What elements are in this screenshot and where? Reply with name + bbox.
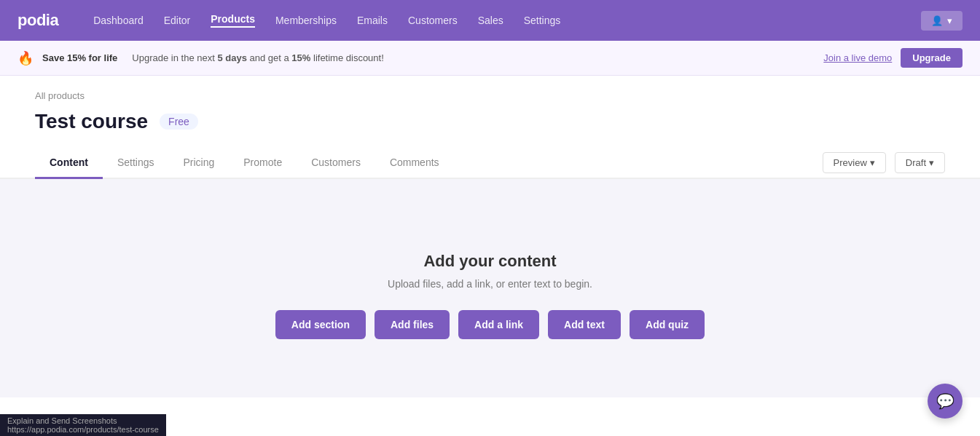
nav-link-customers[interactable]: Customers bbox=[408, 15, 458, 26]
draft-label: Draft bbox=[906, 157, 926, 168]
product-badge: Free bbox=[160, 114, 198, 130]
nav-link-emails[interactable]: Emails bbox=[357, 15, 388, 26]
promo-banner: 🔥 Save 15% for life Upgrade in the next … bbox=[0, 41, 980, 76]
tab-settings[interactable]: Settings bbox=[103, 148, 169, 179]
banner-actions: Join a live demo Upgrade bbox=[823, 48, 963, 68]
preview-chevron-icon: ▾ bbox=[870, 157, 875, 168]
add-quiz-button[interactable]: Add quiz bbox=[630, 310, 705, 339]
content-empty-description: Upload files, add a link, or enter text … bbox=[388, 278, 592, 290]
tab-customers[interactable]: Customers bbox=[297, 148, 375, 179]
content-area: Add your content Upload files, add a lin… bbox=[0, 179, 980, 397]
nav-link-editor[interactable]: Editor bbox=[164, 15, 191, 26]
banner-description: Upgrade in the next 5 days and get a 15%… bbox=[132, 52, 383, 63]
content-empty-title: Add your content bbox=[423, 252, 556, 271]
navbar-right: 👤 ▾ bbox=[921, 11, 963, 31]
content-action-buttons: Add section Add files Add a link Add tex… bbox=[275, 310, 705, 339]
banner-title: Save 15% for life bbox=[42, 52, 117, 63]
tabs-list: Content Settings Pricing Promote Custome… bbox=[35, 148, 823, 178]
banner-emoji: 🔥 bbox=[17, 50, 34, 66]
tabs-bar: Content Settings Pricing Promote Custome… bbox=[0, 148, 980, 179]
upgrade-button[interactable]: Upgrade bbox=[901, 48, 963, 68]
nav-link-sales[interactable]: Sales bbox=[478, 15, 503, 26]
tab-pricing[interactable]: Pricing bbox=[168, 148, 229, 179]
user-menu-button[interactable]: 👤 ▾ bbox=[921, 11, 963, 31]
add-files-button[interactable]: Add files bbox=[375, 310, 450, 339]
product-title: Test course bbox=[35, 110, 148, 133]
chevron-down-icon: ▾ bbox=[947, 15, 952, 26]
draft-chevron-icon: ▾ bbox=[929, 157, 934, 168]
tab-actions: Preview ▾ Draft ▾ bbox=[823, 152, 945, 173]
chat-widget[interactable]: 💬 bbox=[928, 384, 963, 419]
nav-link-settings[interactable]: Settings bbox=[524, 15, 561, 26]
nav-link-dashboard[interactable]: Dashboard bbox=[93, 15, 144, 26]
statusbar: Explain and Send Screenshots https://app… bbox=[0, 414, 166, 436]
nav-link-memberships[interactable]: Memberships bbox=[275, 15, 337, 26]
draft-button[interactable]: Draft ▾ bbox=[895, 152, 945, 173]
tab-comments[interactable]: Comments bbox=[375, 148, 454, 179]
preview-button[interactable]: Preview ▾ bbox=[823, 152, 886, 173]
tab-content[interactable]: Content bbox=[35, 148, 103, 179]
statusbar-line1: Explain and Send Screenshots bbox=[7, 416, 159, 425]
add-section-button[interactable]: Add section bbox=[275, 310, 366, 339]
nav-links: Dashboard Editor Products Memberships Em… bbox=[93, 13, 898, 28]
user-avatar: 👤 bbox=[931, 15, 943, 26]
nav-link-products[interactable]: Products bbox=[211, 13, 255, 28]
navbar: podia Dashboard Editor Products Membersh… bbox=[0, 0, 980, 41]
breadcrumb[interactable]: All products bbox=[0, 76, 980, 101]
add-link-button[interactable]: Add a link bbox=[458, 310, 539, 339]
statusbar-line2: https://app.podia.com/products/test-cour… bbox=[7, 425, 159, 434]
chat-icon: 💬 bbox=[936, 392, 954, 410]
preview-label: Preview bbox=[834, 157, 867, 168]
add-text-button[interactable]: Add text bbox=[548, 310, 621, 339]
logo[interactable]: podia bbox=[17, 11, 58, 30]
join-demo-link[interactable]: Join a live demo bbox=[823, 52, 892, 63]
product-header: Test course Free bbox=[0, 101, 980, 133]
main-content: All products Test course Free Content Se… bbox=[0, 76, 980, 436]
tab-promote[interactable]: Promote bbox=[229, 148, 297, 179]
